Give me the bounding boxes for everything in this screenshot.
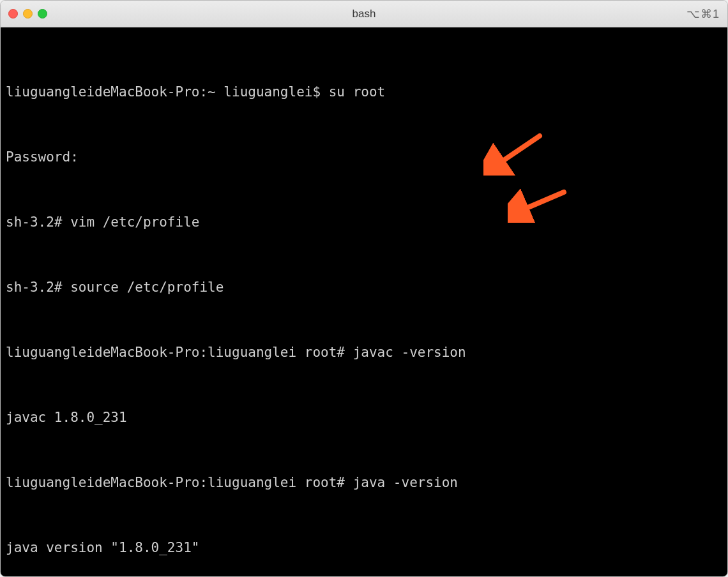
- window-title: bash: [353, 8, 376, 20]
- terminal-line: Password:: [6, 146, 722, 168]
- minimize-button[interactable]: [23, 9, 33, 19]
- terminal-line: java version "1.8.0_231": [6, 537, 722, 558]
- terminal-content[interactable]: liuguangleideMacBook-Pro:~ liuguanglei$ …: [1, 27, 727, 576]
- maximize-button[interactable]: [38, 9, 47, 19]
- terminal-window: bash ⌥⌘1 liuguangleideMacBook-Pro:~ liug…: [0, 0, 728, 577]
- shortcut-indicator: ⌥⌘1: [686, 7, 720, 21]
- titlebar[interactable]: bash ⌥⌘1: [1, 1, 727, 27]
- terminal-line: javac 1.8.0_231: [6, 407, 722, 428]
- terminal-line: liuguangleideMacBook-Pro:liuguanglei roo…: [6, 472, 722, 493]
- close-button[interactable]: [8, 9, 18, 19]
- terminal-line: sh-3.2# source /etc/profile: [6, 276, 722, 298]
- svg-line-3: [519, 192, 564, 211]
- terminal-line: sh-3.2# vim /etc/profile: [6, 211, 722, 233]
- terminal-line: liuguangleideMacBook-Pro:~ liuguanglei$ …: [6, 81, 722, 103]
- traffic-lights: [8, 9, 47, 19]
- terminal-line: liuguangleideMacBook-Pro:liuguanglei roo…: [6, 341, 722, 363]
